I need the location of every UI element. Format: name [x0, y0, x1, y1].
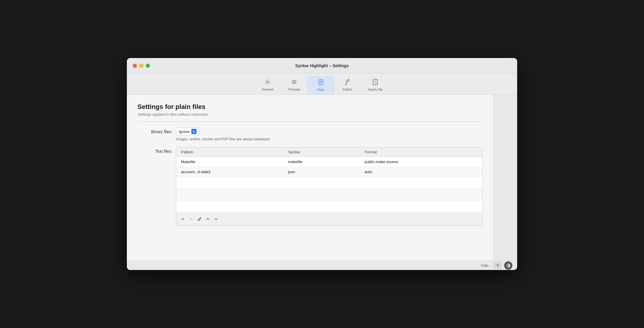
row-1-syntax: json [283, 167, 360, 177]
tab-formats[interactable]: Formats [281, 76, 308, 94]
table-toolbar: + − [176, 213, 482, 225]
row-0-syntax: makefile [283, 157, 360, 167]
svg-rect-10 [346, 79, 349, 83]
traffic-lights [127, 64, 150, 68]
page-title: Settings for plain files [137, 103, 483, 111]
binary-files-row: Binary files: Ignore ⇅ Images, audios, m… [137, 128, 483, 141]
text-files-content: Pattern Syntax Format Makefile makefile … [176, 147, 483, 226]
row-0-format: public.make-source [360, 157, 482, 167]
formats-icon [291, 79, 297, 86]
inquiry-icon: ? [372, 79, 378, 86]
tab-colors-label: Colors [343, 88, 352, 91]
statusbar-arrows[interactable]: ⇅ [493, 262, 502, 269]
tab-plain[interactable]: Plain [308, 76, 334, 94]
row-1-format: auto [360, 167, 482, 177]
statusbar: Colo... ⇅ [127, 261, 517, 270]
text-files-label: Text files: [137, 147, 176, 154]
content-area: Settings for plain files Settings applie… [127, 95, 517, 261]
binary-files-hint: Images, audios, movies and PDF files are… [176, 137, 483, 141]
titlebar: Syntax Highlight – Settings [127, 58, 517, 73]
tab-inquiry[interactable]: ? Inquiry file [361, 76, 390, 94]
page-subtitle: Settings applied to files without extens… [137, 112, 483, 117]
move-up-button[interactable] [205, 216, 211, 222]
table-row-empty-1 [176, 177, 482, 189]
tab-inquiry-label: Inquiry file [368, 88, 383, 91]
tab-formats-label: Formats [288, 88, 300, 91]
table-row-empty-2 [176, 189, 482, 201]
edit-row-button[interactable] [196, 216, 203, 222]
sidebar-right [493, 95, 517, 261]
remove-row-button[interactable]: − [188, 216, 195, 222]
row-0-pattern: Makefile [176, 157, 283, 167]
col-header-syntax: Syntax [283, 147, 360, 157]
select-arrows-icon: ⇅ [191, 129, 197, 134]
row-1-pattern: account...d-data1 [176, 167, 283, 177]
binary-files-value: Ignore [179, 129, 190, 134]
general-icon [264, 79, 271, 86]
move-down-button[interactable] [213, 216, 219, 222]
tab-colors[interactable]: Colors [334, 76, 361, 94]
statusbar-text: Colo... [481, 263, 491, 268]
toolbar: General Formats [127, 73, 517, 95]
main-panel: Settings for plain files Settings applie… [127, 95, 493, 261]
text-files-table: Pattern Syntax Format Makefile makefile … [176, 147, 482, 213]
minimize-button[interactable] [139, 64, 143, 68]
col-header-format: Format [360, 147, 482, 157]
maximize-button[interactable] [146, 64, 150, 68]
svg-line-13 [200, 218, 201, 218]
colors-icon [344, 79, 351, 86]
tab-general-label: General [262, 88, 273, 91]
app-window: Syntax Highlight – Settings General [127, 58, 517, 270]
plain-icon [318, 79, 324, 87]
close-button[interactable] [133, 64, 137, 68]
table-header-row: Pattern Syntax Format [176, 147, 482, 157]
window-title: Syntax Highlight – Settings [295, 63, 349, 68]
table-row[interactable]: account...d-data1 json auto [176, 167, 482, 177]
text-files-table-container: Pattern Syntax Format Makefile makefile … [176, 147, 483, 226]
binary-files-label: Binary files: [137, 128, 176, 134]
tab-general[interactable]: General [254, 76, 281, 94]
svg-point-0 [267, 81, 268, 83]
col-header-pattern: Pattern [176, 147, 283, 157]
statusbar-theme-button[interactable] [504, 261, 512, 270]
add-row-button[interactable]: + [180, 216, 186, 222]
page-header: Settings for plain files Settings applie… [137, 103, 483, 122]
binary-files-select[interactable]: Ignore ⇅ [176, 128, 199, 135]
binary-files-content: Ignore ⇅ Images, audios, movies and PDF … [176, 128, 483, 141]
text-files-row: Text files: Pattern Syntax Format [137, 147, 483, 226]
table-row-empty-3 [176, 201, 482, 213]
table-row[interactable]: Makefile makefile public.make-source [176, 157, 482, 167]
tab-plain-label: Plain [317, 88, 324, 91]
svg-text:?: ? [374, 80, 376, 84]
